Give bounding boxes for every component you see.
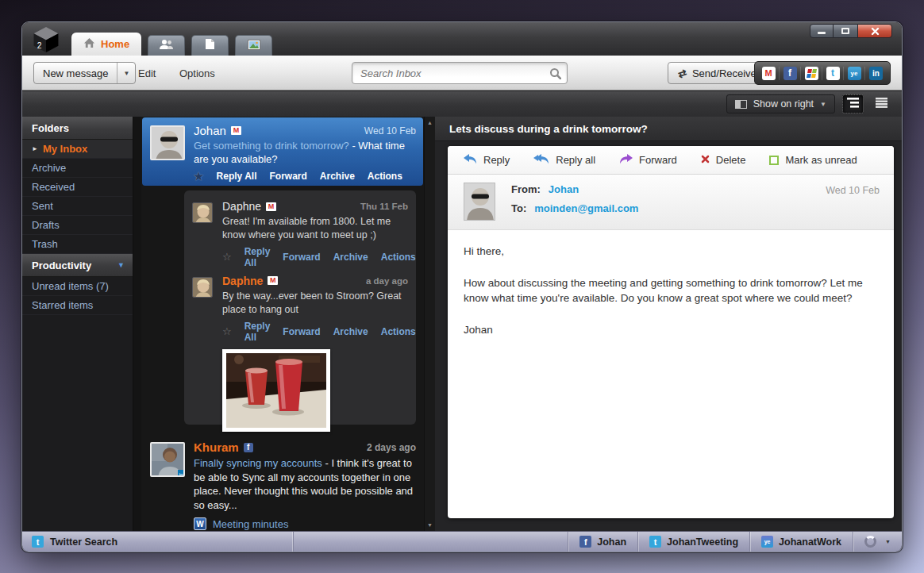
action-forward[interactable]: Forward	[269, 171, 306, 182]
to-value[interactable]: moinden@gmail.com	[534, 202, 638, 214]
menu-edit[interactable]: Edit	[138, 56, 156, 90]
folders-sidebar: Folders ► My Inbox Archive Received Sent…	[22, 117, 133, 531]
from-value[interactable]: Johan	[549, 183, 579, 195]
sidebar-item-received[interactable]: Received	[22, 178, 133, 197]
sender-name: Daphne	[222, 275, 263, 287]
action-reply-all[interactable]: Reply All	[244, 246, 271, 268]
tab-contacts[interactable]	[148, 35, 185, 56]
menu-options[interactable]: Options	[179, 56, 215, 90]
attached-photo[interactable]	[222, 349, 330, 432]
action-reply-all[interactable]: Reply All	[217, 171, 257, 182]
star-icon[interactable]: ☆	[222, 251, 232, 263]
message-item-selected[interactable]: Johan M Wed 10 Feb Get something to drin…	[142, 117, 423, 186]
show-on-right-caret-icon: ▼	[820, 101, 826, 108]
facebook-icon[interactable]: f	[783, 67, 797, 80]
send-receive-icon: ⇄	[676, 66, 688, 80]
twitter-icon: t	[649, 536, 661, 548]
close-button[interactable]	[857, 24, 892, 38]
action-reply-all[interactable]: Reply All	[244, 321, 271, 343]
sidebar-item-archive[interactable]: Archive	[22, 159, 133, 178]
attachment-name[interactable]: Meeting minutes	[213, 518, 288, 530]
show-on-right-dropdown[interactable]: Show on right ▼	[726, 94, 835, 113]
maximize-button[interactable]	[834, 24, 857, 38]
sender-name: Johan	[194, 124, 226, 137]
account-yammer[interactable]: ye JohanatWork	[749, 532, 853, 552]
twitter-icon[interactable]: t	[826, 67, 840, 80]
search-input[interactable]	[352, 63, 567, 83]
list-view-icon	[876, 97, 887, 111]
scroll-up-icon[interactable]: ▲	[427, 120, 433, 125]
gmail-service-icon: M	[231, 126, 241, 135]
attachment-row[interactable]: W Meeting minutes	[194, 517, 416, 530]
message-subject-link[interactable]: Finally syncing my accounts	[194, 457, 322, 469]
delete-icon	[701, 154, 710, 166]
minimize-button[interactable]	[810, 24, 834, 38]
tab-images[interactable]	[235, 35, 272, 56]
reply-all-icon	[533, 154, 549, 167]
reading-pane-card: Reply Reply all Forward	[448, 146, 894, 518]
new-message-caret-icon[interactable]: ▼	[117, 63, 135, 83]
account-facebook[interactable]: f Johan	[568, 532, 637, 552]
sidebar-item-trash[interactable]: Trash	[22, 235, 133, 254]
tab-home[interactable]: Home	[71, 33, 141, 56]
new-message-label: New message	[34, 63, 117, 83]
list-view-toggle[interactable]	[871, 94, 892, 113]
twitter-search-label: Twitter Search	[50, 536, 117, 548]
action-forward[interactable]: Forward	[283, 252, 320, 263]
gmail-icon[interactable]: M	[762, 67, 776, 80]
action-archive[interactable]: Archive	[333, 252, 368, 263]
action-actions[interactable]: Actions	[381, 326, 416, 337]
unread-checkbox-icon	[769, 156, 779, 165]
twitter-search-panel[interactable]: t Twitter Search	[22, 532, 294, 552]
sidebar-item-sent[interactable]: Sent	[22, 197, 133, 216]
account-twitter[interactable]: t JohanTweeting	[637, 532, 749, 552]
message-item[interactable]: Daphne M a day ago By the way...ever bee…	[192, 275, 408, 343]
action-archive[interactable]: Archive	[320, 171, 355, 182]
reply-button[interactable]: Reply	[464, 154, 510, 167]
action-actions[interactable]: Actions	[381, 252, 416, 263]
action-actions[interactable]: Actions	[368, 171, 402, 182]
message-body: Great! I'm available from 1800. Let me k…	[222, 215, 408, 242]
delete-button[interactable]: Delete	[701, 154, 746, 166]
productivity-header[interactable]: Productivity ▼	[22, 254, 133, 277]
sidebar-item-drafts[interactable]: Drafts	[22, 216, 133, 235]
windows-live-icon[interactable]	[805, 67, 818, 80]
star-icon[interactable]: ☆	[222, 325, 232, 337]
reply-all-button[interactable]: Reply all	[533, 154, 595, 167]
sync-status[interactable]: ▼	[853, 532, 902, 552]
sidebar-scrollbar[interactable]	[133, 117, 141, 531]
search-icon[interactable]	[549, 67, 561, 83]
message-item[interactable]: in Khuram f 2 days ago Finally syncing m…	[142, 434, 423, 531]
linkedin-icon[interactable]: in	[869, 67, 883, 80]
mark-unread-button[interactable]: Mark as unread	[769, 154, 857, 166]
sender-name: Daphne	[222, 200, 261, 213]
message-date: a day ago	[366, 276, 408, 286]
body-signature: Johan	[464, 322, 878, 338]
sync-caret-icon[interactable]: ▼	[885, 539, 891, 544]
twitter-icon: t	[32, 536, 44, 548]
yammer-icon[interactable]: ye	[848, 67, 861, 80]
message-list-scrollbar[interactable]: ▲ ▼	[424, 117, 435, 531]
scroll-down-icon[interactable]: ▼	[427, 522, 433, 528]
forward-icon	[619, 154, 633, 167]
svg-text:in: in	[179, 472, 183, 478]
status-bar: t Twitter Search f Johan t JohanTweeting…	[22, 531, 902, 552]
expand-arrow-icon: ►	[32, 140, 38, 159]
tab-documents[interactable]	[191, 35, 229, 56]
content-area: Folders ► My Inbox Archive Received Sent…	[22, 117, 902, 531]
document-icon	[205, 38, 215, 53]
sidebar-item-unread-items[interactable]: Unread items (7)	[22, 277, 133, 296]
threaded-view-toggle[interactable]	[842, 94, 864, 113]
account-name: JohanatWork	[779, 536, 841, 548]
action-forward[interactable]: Forward	[283, 326, 320, 337]
message-item[interactable]: Daphne M Thu 11 Feb Great! I'm available…	[192, 200, 408, 268]
sidebar-item-starred-items[interactable]: Starred items	[22, 296, 133, 315]
new-message-button[interactable]: New message ▼	[33, 62, 136, 84]
forward-button[interactable]: Forward	[619, 154, 677, 167]
action-archive[interactable]: Archive	[333, 326, 368, 337]
to-label: To:	[511, 202, 526, 214]
sidebar-item-my-inbox[interactable]: ► My Inbox	[22, 140, 133, 159]
star-icon[interactable]: ★	[194, 170, 204, 183]
view-options-bar: Show on right ▼	[22, 90, 902, 117]
send-receive-button[interactable]: ⇄ Send/Receive	[668, 62, 767, 84]
